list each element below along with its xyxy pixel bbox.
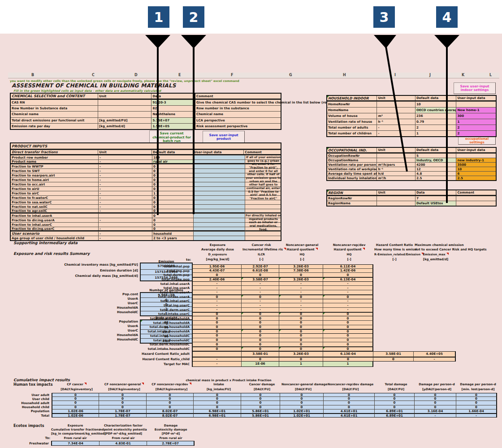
chemical-comment-table: CommentGive the chemical CAS number to s… [195, 93, 281, 130]
unit-header: Unit [377, 148, 415, 152]
default-data-cell: 189 [152, 155, 194, 159]
comment-flag-icon [84, 383, 87, 385]
unit-cell: - [99, 205, 152, 209]
callout-marker-1: 1 [148, 6, 169, 28]
summary-col-header: [-] [374, 258, 415, 261]
result-cell: 0 [242, 347, 279, 351]
grid-row-label: total.derm.householdA [80, 325, 192, 330]
unit-cell: h⁻¹ [377, 119, 415, 125]
default-data-cell[interactable]: Industry, OECD [415, 158, 457, 162]
user-input-cell[interactable] [194, 209, 245, 212]
user-input-cell[interactable] [194, 232, 245, 236]
grid-row-label: total.inhal.pop [80, 264, 192, 269]
user-input-cell[interactable] [194, 218, 245, 222]
user-input-cell[interactable] [194, 182, 245, 186]
grid-row: total.ing.householdC0000 [80, 338, 456, 343]
unit-cell: - [99, 173, 152, 177]
column-letter: J [429, 73, 431, 77]
grid-row: total.intake.userC0000 [80, 312, 456, 317]
user-input-cell[interactable]: 6 [456, 172, 496, 176]
row-label: User child [11, 397, 52, 401]
grid-row: total.ing.pop4.43E-076.61E-087.38E-061.4… [80, 269, 456, 273]
row-label: Fraction to dir.ing.userC [11, 227, 99, 230]
user-input-cell[interactable]: 2 [456, 125, 496, 130]
unit-cell: - [99, 236, 152, 240]
result-cell: 0 [323, 316, 373, 321]
grid-row: total.derm.userA---- [80, 290, 456, 295]
data-input-cell[interactable]: 1.58E+05 [151, 124, 193, 129]
user-input-cell[interactable]: new industry-1 [456, 158, 496, 162]
table-row: Fraction to agr.soilC-0 [11, 209, 281, 213]
user-input-cell[interactable]: 1 [456, 119, 496, 125]
summary-col-header: Noncancer-general [280, 243, 324, 247]
row-label: Total number of children [327, 131, 377, 136]
default-data-cell: 0 [152, 227, 194, 230]
data-header: Data [151, 94, 193, 99]
to-label: To: [9, 436, 50, 440]
table-row: Fraction to inhal.userA0 [11, 213, 281, 218]
table-row: Average daily time spent at worh/d4.86 [327, 171, 496, 176]
default-data-cell[interactable]: OECD countries average [415, 108, 457, 113]
header-row: HOUSEHOLD INDOORUnitDefault dataUser-inp… [327, 96, 496, 101]
comment-direct-block: For directly inhaled or ingested product… [245, 213, 281, 231]
user-input-cell[interactable] [194, 214, 245, 218]
user-input-cell[interactable] [194, 205, 245, 209]
impact-cell: 0 [456, 393, 497, 397]
user-input-cell[interactable]: 3500 [456, 163, 496, 167]
user-input-cell[interactable] [194, 155, 245, 159]
user-input-cell[interactable]: 10 [456, 167, 496, 171]
user-input-cell[interactable] [194, 227, 245, 230]
default-data-cell[interactable]: rural air [152, 160, 194, 163]
grid-row: total.inhal.userC---- [80, 299, 456, 304]
ecotox-col-header: [PDF·m³·d] [147, 432, 195, 435]
save-indoor-settings-button[interactable]: Save user-input indoor settings [454, 82, 496, 94]
ecotox-col-header: From rural air [51, 436, 100, 440]
row-label: RegionRowNr [327, 196, 377, 201]
row-label: Row Number in Substance data [11, 106, 98, 111]
user-input-cell[interactable] [194, 160, 245, 163]
comment-cell: Risk assessment perspective [195, 124, 281, 129]
chem-header-row: CHEMICAL SELECTION and CONTENTUnitData [11, 94, 193, 99]
result-cell: 0 [242, 295, 279, 299]
user-input-cell[interactable] [194, 236, 245, 240]
default-data-cell[interactable]: Default USEtox [415, 201, 457, 206]
user-input-cell[interactable] [194, 191, 245, 195]
user-input-cell[interactable] [194, 187, 245, 191]
impact-cell: 0 [280, 401, 324, 405]
result-cell: 6.11E-04 [323, 264, 373, 269]
user-input-cell[interactable] [194, 200, 245, 204]
impact-cell: 5.86E+01 [241, 409, 280, 414]
grid-row: total.derm.pop0000 [80, 273, 456, 277]
user-input-cell[interactable]: 2 [456, 131, 496, 136]
user-input-cell[interactable] [194, 178, 245, 182]
supporting-heading: Supporting intermediary data [13, 241, 78, 245]
user-input-cell[interactable]: New home-1 [456, 108, 496, 113]
user-input-cell[interactable] [194, 169, 245, 173]
user-input-cell[interactable]: 300 [456, 113, 496, 119]
grid-row: total.intake.pop2.40E-063.58E-073.26E-03… [80, 277, 456, 282]
impact-cell: 1.78E-07 [99, 414, 147, 418]
data-input-cell[interactable]: 91-20-3 [151, 100, 193, 105]
comment-flag-icon [142, 383, 144, 385]
user-input-cell[interactable] [194, 173, 245, 177]
user-input-cell[interactable]: 2.5 [456, 176, 496, 180]
page-title: ASSESSMENT OF CHEMICAL IN BUILDING MATER… [12, 82, 176, 89]
result-cell: - [323, 303, 373, 308]
table-row: HomeRowNr10 [327, 101, 496, 107]
user-input-cell[interactable] [194, 164, 245, 168]
user-input-cell[interactable] [194, 223, 245, 227]
save-user-product-button[interactable]: Save user-input product [203, 131, 245, 143]
ecotox-col-header: Exposure [51, 424, 100, 427]
grid-row-label: total.derm.householdC [80, 342, 192, 347]
default-data-cell: 0 [152, 209, 194, 212]
grid-row-label: total.intake.householdA [80, 329, 192, 334]
result-cell: - [192, 290, 242, 295]
row-label: Fraction to SWT [11, 169, 99, 173]
result-cell: 1 [323, 362, 373, 367]
ecotox-label: Ecotox impacts [13, 424, 44, 428]
default-data-cell: 0 [152, 182, 194, 186]
user-input-cell[interactable] [194, 196, 245, 200]
row-label: OccupationName [327, 158, 377, 162]
data-input-cell[interactable]: 5.75E+07 [151, 118, 193, 123]
header-row: REGIONUnitDataComment [327, 190, 496, 196]
